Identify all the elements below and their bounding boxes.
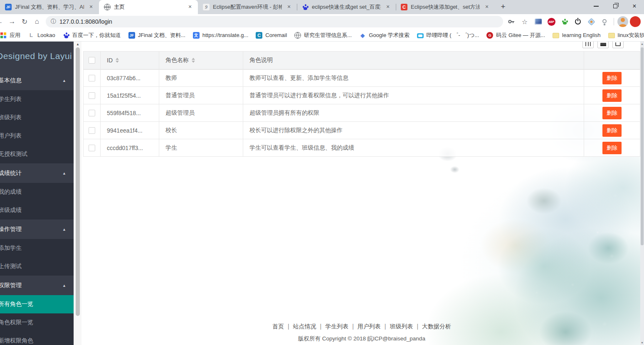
footer-link-学生列表[interactable]: 学生列表 xyxy=(325,323,348,330)
video-extension-icon[interactable] xyxy=(532,16,544,27)
footer-link-大数据分析[interactable]: 大数据分析 xyxy=(422,323,451,330)
sidebar-item-班级列表[interactable]: 班级列表 xyxy=(0,108,74,127)
delete-button[interactable]: 删除 xyxy=(602,89,622,102)
page-scroll-up-icon[interactable]: ▲ xyxy=(640,42,644,45)
baidu-extension-icon[interactable] xyxy=(559,16,570,27)
browser-tab[interactable]: C Eclipse快速添加get、set方法 - × xyxy=(396,0,495,14)
minimize-button[interactable] xyxy=(587,0,606,12)
header-ID[interactable]: ID xyxy=(101,51,159,69)
sort-icon[interactable] xyxy=(116,58,119,63)
footer-link-站点情况[interactable]: 站点情况 xyxy=(293,323,316,330)
forward-button[interactable]: → xyxy=(6,15,18,28)
address-bar[interactable]: ⓘ 127.0.0.1:8080/login xyxy=(46,16,503,27)
row-checkbox[interactable] xyxy=(89,127,95,134)
sidebar-section-header[interactable]: 权限管理 ▲ xyxy=(0,276,74,295)
sidebar-scroll-up-icon[interactable]: ▲ xyxy=(74,42,81,46)
select-all-checkbox[interactable] xyxy=(89,57,95,64)
print-tool-button[interactable] xyxy=(597,42,609,48)
sidebar-item-新增权限角色[interactable]: 新增权限角色 xyxy=(0,332,74,345)
page-scrollbar[interactable]: ▲ ▼ xyxy=(640,42,644,345)
tab-close-icon[interactable]: × xyxy=(483,3,491,11)
cell-action: 删除 xyxy=(584,87,640,104)
bookmark-item[interactable]: learning English xyxy=(549,31,604,39)
tab-close-icon[interactable]: × xyxy=(384,3,392,11)
close-icon: × xyxy=(632,2,636,10)
power-extension-icon[interactable] xyxy=(572,16,584,27)
sidebar-scrollbar[interactable]: ▲ xyxy=(74,42,81,345)
page-scroll-thumb[interactable] xyxy=(641,47,644,245)
browser-tab[interactable]: eclipse快速生成get set_百度搜 × xyxy=(297,0,396,14)
back-button[interactable]: ← xyxy=(0,15,6,28)
browser-tab[interactable]: 主页 × xyxy=(99,0,198,14)
restore-button[interactable] xyxy=(606,0,625,12)
bookmark-item[interactable]: 文 https://translate.g... xyxy=(190,31,252,39)
new-tab-button[interactable]: + xyxy=(497,1,509,13)
browser-tab[interactable]: 9 Eclipse配置maven环境 - 彭艳 - × xyxy=(198,0,297,14)
close-button[interactable]: × xyxy=(625,0,644,12)
row-checkbox[interactable] xyxy=(89,75,95,81)
footer-link-用户列表[interactable]: 用户列表 xyxy=(358,323,381,330)
bookmark-label: JFinal 文档、资料... xyxy=(138,32,185,39)
bookmark-item[interactable]: 百度一下，你就知道 xyxy=(59,31,124,40)
page-scroll-down-icon[interactable]: ▼ xyxy=(640,341,644,344)
home-button[interactable]: ⌂ xyxy=(31,15,43,28)
export-tool-button[interactable] xyxy=(612,42,624,48)
sidebar-item-无授权测试[interactable]: 无授权测试 xyxy=(0,145,74,163)
header-角色名称[interactable]: 角色名称 xyxy=(159,51,243,69)
adblock-extension-icon[interactable]: ABP xyxy=(545,16,557,27)
delete-button[interactable]: 删除 xyxy=(602,142,622,154)
sidebar-item-班级成绩[interactable]: 班级成绩 xyxy=(0,201,74,219)
bookmark-item[interactable]: C Coremail xyxy=(252,31,290,39)
sidebar-item-所有角色一览[interactable]: 所有角色一览 xyxy=(0,295,74,313)
sidebar-item-上传测试[interactable]: 上传测试 xyxy=(0,257,74,276)
tab-close-icon[interactable]: × xyxy=(285,3,293,11)
bookmark-item[interactable]: 哔哩哔哩 ( ゜- ゜)つ... xyxy=(414,31,483,40)
row-checkbox[interactable] xyxy=(89,145,95,151)
sidebar-item-角色权限一览[interactable]: 角色权限一览 xyxy=(0,313,74,332)
cell-role-desc: 教师可以查看、更新、添加学生等信息 xyxy=(243,69,584,87)
sidebar-section-label: 基本信息 xyxy=(0,77,22,84)
cell-role-desc: 校长可以进行除权限之外的其他操作 xyxy=(243,122,584,139)
sidebar-item-添加学生[interactable]: 添加学生 xyxy=(0,239,74,257)
sidebar-item-用户列表[interactable]: 用户列表 xyxy=(0,127,74,145)
lightbulb-extension-icon[interactable] xyxy=(599,16,610,27)
bookmark-star-icon[interactable]: ☆ xyxy=(519,16,530,27)
row-checkbox-cell xyxy=(83,122,101,139)
footer-link-首页[interactable]: 首页 xyxy=(272,323,284,330)
bookmark-item[interactable]: JF JFinal 文档、资料... xyxy=(125,31,189,40)
sidebar-section-header[interactable]: 操作管理 ▲ xyxy=(0,219,74,239)
sidebar-section-header[interactable]: 成绩统计 ▲ xyxy=(0,163,74,183)
sidebar-section-header[interactable]: 基本信息 ▲ xyxy=(0,71,74,90)
delete-button[interactable]: 删除 xyxy=(602,107,622,119)
tab-close-icon[interactable]: × xyxy=(87,3,95,11)
browser-tab[interactable]: JF JFinal 文档、资料、学习、API， × xyxy=(0,0,99,14)
page-info-icon[interactable]: ⓘ xyxy=(51,18,56,25)
bookmark-item[interactable]: linux安装软件 xyxy=(605,31,644,40)
delete-button[interactable]: 删除 xyxy=(602,124,622,137)
bookmark-item[interactable]: ◆ Google 学术搜索 xyxy=(356,31,413,40)
header-角色说明: 角色说明 xyxy=(243,51,584,69)
reload-button[interactable]: ↻ xyxy=(18,15,31,28)
bookmark-item[interactable]: G 码云 Gitee — 开源... xyxy=(483,31,548,40)
password-key-icon[interactable] xyxy=(506,16,517,27)
cell-action: 删除 xyxy=(584,69,640,87)
filter-tool-button[interactable] xyxy=(582,42,594,48)
notes-extension-icon[interactable] xyxy=(585,16,597,27)
bookmark-item[interactable]: 研究生管理信息系... xyxy=(291,31,355,40)
translate-icon: 文 xyxy=(193,32,200,39)
delete-button[interactable]: 删除 xyxy=(602,72,622,84)
row-checkbox[interactable] xyxy=(89,110,95,116)
sort-icon[interactable] xyxy=(192,58,195,63)
row-checkbox[interactable] xyxy=(89,92,95,99)
bookmark-item[interactable]: L Lookao xyxy=(25,31,59,39)
profile-avatar[interactable] xyxy=(617,16,628,27)
sidebar-scroll-thumb[interactable] xyxy=(76,47,80,316)
cell-role-name: 普通管理员 xyxy=(159,87,243,104)
sidebar-item-我的成绩[interactable]: 我的成绩 xyxy=(0,183,74,201)
tab-close-icon[interactable]: × xyxy=(186,3,194,11)
cell-role-name: 校长 xyxy=(159,122,243,139)
secondary-avatar[interactable] xyxy=(630,16,641,27)
footer-link-班级列表[interactable]: 班级列表 xyxy=(390,323,413,330)
bookmark-item[interactable]: 应用 xyxy=(0,31,24,40)
sidebar-item-学生列表[interactable]: 学生列表 xyxy=(0,90,74,108)
